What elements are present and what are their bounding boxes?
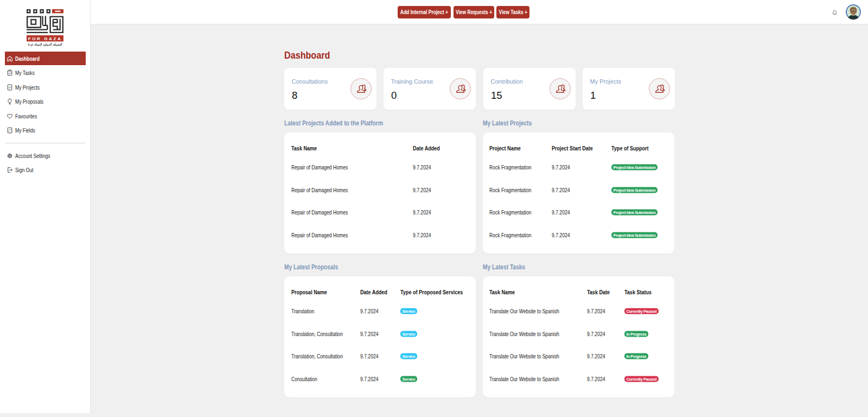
svg-text:الشبكة الدولية لإسناد غزة: الشبكة الدولية لإسناد غزة bbox=[28, 42, 62, 47]
svg-text:FOR GAZA: FOR GAZA bbox=[28, 36, 62, 41]
